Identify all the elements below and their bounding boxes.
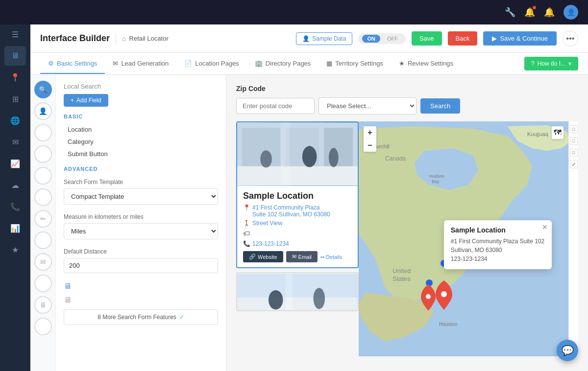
measure-select[interactable]: Miles Kilometers [64,223,218,239]
chat-widget-button[interactable]: 💬 [557,340,578,361]
location-list: Sample Location 📍 #1 First Community Pla… [236,121,359,356]
mini-icon-3[interactable]: □ [570,149,578,157]
measure-group: Measure in kilometers or miles Miles Kil… [64,213,218,239]
save-button[interactable]: Save [412,31,442,46]
field-item-submit[interactable]: Submit Button [64,148,218,160]
zoom-in-button[interactable]: + [364,126,376,139]
mini-icon-1[interactable]: □ [570,125,578,133]
sidebar-item-chart[interactable]: 📈 [4,154,26,173]
zoom-out-button[interactable]: − [364,139,376,152]
step-pencil-icon[interactable]: ✏ [34,210,52,228]
measure-label: Measure in kilometers or miles [64,213,218,220]
svg-point-8 [329,148,339,167]
location-name: Sample Location [243,191,352,201]
toggle-on[interactable]: ON [362,35,380,43]
location-phone[interactable]: 📞 123-123-1234 [243,240,352,247]
step-11-icon[interactable]: 🖥 [34,296,52,314]
bell-icon[interactable]: 🔔 [524,7,535,18]
sidebar-item-location[interactable]: 📍 [4,68,26,87]
left-sidebar: ☰ 🖥 📍 ⊞ 🌐 ✉ 📈 ☁ 📞 📊 ★ [0,0,30,371]
street-view-link[interactable]: 🚶 Street View [243,220,352,227]
wrench-icon[interactable]: 🔧 [505,7,515,18]
default-distance-input[interactable] [64,258,218,273]
tab-directory-pages[interactable]: 🏢 Directory Pages [247,54,318,74]
tab-review-settings[interactable]: ★ Review Settings [391,54,461,74]
doc-icon: 📄 [184,60,192,67]
search-form-template-group: Search Form Template Compact Template St… [64,179,218,205]
more-features-button[interactable]: 8 More Search Form Features ✓ [64,309,218,325]
tab-location-pages[interactable]: 📄 Location Pages [176,54,247,74]
right-panel: Zip Code Please Select... Search [226,75,588,371]
chat-icon: 💬 [562,345,574,356]
tab-territory-settings[interactable]: ▦ Territory Settings [318,54,391,74]
add-field-button[interactable]: + Add Field [64,94,108,107]
step-4-icon[interactable] [34,145,52,163]
website-button[interactable]: 🔗 Website [243,251,283,262]
svg-text:United: United [392,267,411,275]
sidebar-item-phone[interactable]: 📞 [4,197,26,216]
email-button[interactable]: ✉ Email [286,251,318,262]
toggle-group[interactable]: ON OFF [358,33,406,44]
user-avatar[interactable]: 👤 [564,5,578,20]
please-select-dropdown[interactable]: Please Select... [318,97,416,115]
sidebar-item-cloud[interactable]: ☁ [4,175,26,195]
chat-bell-icon[interactable]: 🔔 [544,7,555,18]
step-2-icon[interactable]: 👤 [34,102,52,120]
step-3-icon[interactable] [34,124,52,141]
save-continue-button[interactable]: ▶ Save & Continue [483,31,557,46]
sidebar-item-dashboard[interactable]: 🖥 [4,46,26,66]
step-6-icon[interactable] [34,188,52,206]
field-item-category[interactable]: Category [64,136,218,148]
svg-rect-2 [237,166,358,186]
field-item-location[interactable]: Location [64,123,218,136]
sidebar-item-reports[interactable]: 📊 [4,218,26,238]
how-do-i-button[interactable]: ? How do I... ▾ [524,57,578,70]
mail-icon: ✉ [113,60,118,67]
step-search-icon[interactable]: 🔍 [34,81,52,98]
details-button[interactable]: •• Details [320,251,342,262]
sidebar-item-grid[interactable]: ⊞ [4,89,26,109]
sidebar-item-globe[interactable]: 🌐 [4,111,26,130]
step-10-icon[interactable] [34,275,52,292]
map-container[interactable]: Canada Churchill Hudson Bay Kuujjuaq Edm… [359,121,568,356]
back-button[interactable]: Back [448,31,478,46]
more-button[interactable]: ••• [563,31,578,46]
svg-rect-11 [237,298,358,311]
postal-code-input[interactable] [236,98,315,114]
layer-control-button[interactable]: 🗺 [552,126,564,139]
home-icon[interactable]: ⌂ [122,35,126,43]
search-form-template-select[interactable]: Compact Template Standard Template Wide … [64,188,218,205]
sidebar-item-mail[interactable]: ✉ [4,132,26,152]
step-8-icon[interactable] [34,232,52,249]
svg-rect-9 [281,123,291,186]
monitor-icon-row-2: 🖥 [64,296,218,304]
sample-data-button[interactable]: 👤 Sample Data [296,32,352,45]
breadcrumb-input[interactable] [129,35,188,42]
svg-text:Houston: Houston [439,322,457,327]
sidebar-item-star[interactable]: ★ [4,240,26,259]
step-5-icon[interactable] [34,167,52,185]
tab-lead-generation[interactable]: ✉ Lead Generation [105,54,176,74]
tab-basic-settings[interactable]: ⚙ Basic Settings [40,54,105,74]
step-9-icon[interactable]: ✉ [34,253,52,271]
location-address[interactable]: 📍 #1 First Community Plaza Suite 102 Sul… [243,204,352,218]
popup-close-button[interactable]: ✕ [542,223,548,231]
mini-expand-icon[interactable]: ⤢ [570,161,578,168]
preview-content: Zip Code Please Select... Search [226,75,588,371]
mini-icon-2[interactable]: □ [570,137,578,145]
basic-section-label: BASIC [64,114,218,119]
default-distance-label: Default Distance [64,248,218,255]
monitor-icon: 🖥 [64,282,72,291]
search-button[interactable]: Search [420,98,460,114]
person-icon: 👤 [302,35,310,42]
toggle-off[interactable]: OFF [383,35,402,43]
notification-dot [533,6,536,9]
page-title: Interface Builder [40,33,110,44]
header-bar: Interface Builder ⌂ 👤 Sample Data ON OFF… [30,24,588,53]
sidebar-item-home[interactable]: ☰ [4,24,26,44]
step-12-icon[interactable] [34,318,52,335]
preview-body: Sample Location 📍 #1 First Community Pla… [236,121,578,356]
pin-icon: 📍 [243,204,250,211]
svg-point-13 [313,288,325,309]
grid-icon: ▦ [326,60,332,67]
